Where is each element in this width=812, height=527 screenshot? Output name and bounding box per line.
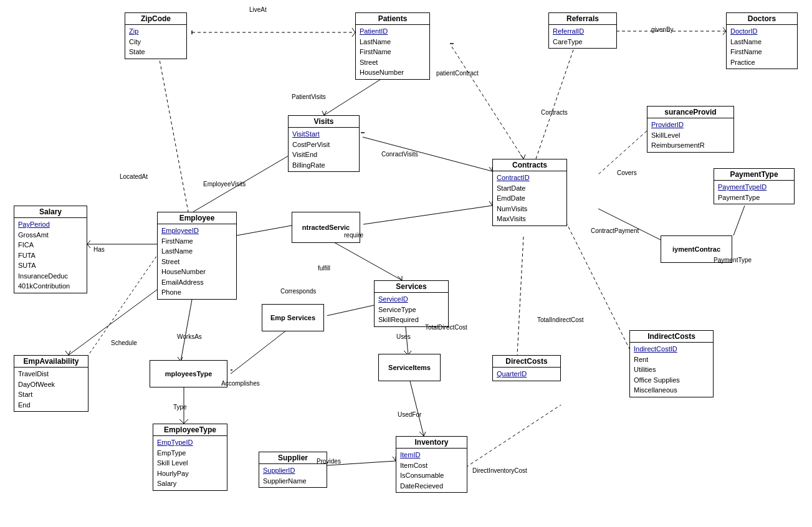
field-emptype: EmpType: [157, 448, 223, 458]
svg-line-66: [598, 131, 647, 174]
label-totalindirectcost: TotalIndirectCost: [537, 316, 583, 323]
svg-line-35: [324, 237, 402, 280]
entity-doctors-body: DoctorID LastName FirstName Practice: [727, 25, 797, 69]
svg-line-57: [424, 432, 426, 436]
svg-line-51: [184, 419, 188, 424]
label-provides: Provides: [317, 458, 341, 465]
label-contractpayment: ContractPayment: [591, 227, 639, 234]
field-state: State: [129, 47, 183, 57]
entity-empavailability-body: TravelDist DayOfWeek Start End: [14, 368, 88, 411]
field-grossamt: GrossAmt: [18, 230, 83, 240]
field-billingrate: BillingRate: [292, 160, 355, 171]
field-itemid: ItemID: [400, 450, 463, 460]
field-practice: Practice: [730, 57, 793, 68]
field-isconsumable: IsConsumable: [400, 470, 463, 481]
entity-paymenttype-title: PaymentType: [714, 169, 794, 181]
entity-employee: Employee EmployeeID FirstName LastName S…: [157, 212, 237, 300]
label-contracts: Contracts: [541, 109, 568, 116]
label-uses: Uses: [396, 333, 411, 340]
entity-contracts: Contracts ContractID StartDate EmdDate N…: [492, 159, 567, 226]
label-accomplishes: Accomplishes: [221, 380, 260, 387]
field-dayofweek: DayOfWeek: [18, 379, 84, 390]
field-street: Street: [360, 57, 426, 68]
field-city: City: [129, 37, 183, 47]
entity-ntractedservic-title: ntractedServic: [302, 224, 350, 231]
field-utilities: Utilities: [634, 364, 709, 375]
svg-line-43: [65, 351, 69, 355]
entity-services: Services ServiceID ServiceType SkillRequ…: [374, 280, 449, 327]
field-firstname2: FirstName: [730, 47, 793, 57]
svg-line-6: [324, 111, 327, 115]
label-covers: Covers: [617, 169, 637, 176]
svg-line-8: [452, 47, 523, 159]
label-corresponds: Corresponds: [280, 288, 316, 295]
field-emptypeid: EmpTypeID: [157, 437, 223, 448]
entity-directcosts-body: QuarterID: [493, 368, 560, 381]
entity-zipcode-body: Zip City State: [125, 25, 186, 59]
svg-line-25: [87, 244, 90, 248]
label-fulfill: fulfill: [318, 265, 330, 272]
entity-referrals-title: Referrals: [549, 13, 616, 25]
entity-salary-title: Salary: [14, 206, 87, 218]
svg-line-45: [231, 330, 287, 374]
field-firstname3: FirstName: [161, 236, 232, 247]
entity-doctors-title: Doctors: [727, 13, 797, 25]
label-require: require: [344, 232, 363, 239]
field-startdate: StartDate: [497, 183, 563, 194]
entity-supplier: Supplier SupplierID SupplierName: [259, 452, 327, 488]
svg-line-36: [398, 276, 402, 280]
entity-inventory-body: ItemID ItemCost IsConsumable DateRecieve…: [396, 449, 467, 492]
entity-directcosts: DirectCosts QuarterID: [492, 355, 561, 381]
entity-serviceitems: ServiceItems: [378, 354, 444, 381]
field-itemcost: ItemCost: [400, 460, 463, 471]
label-schedule: Schedule: [111, 339, 137, 346]
entity-indirectcosts-body: IndirectCostID Rent Utilities Office Sup…: [630, 343, 713, 397]
entity-visits-body: VisitStart CostPerVisit VisitEnd Billing…: [289, 128, 359, 171]
svg-line-44: [69, 351, 70, 355]
entity-mployeestype-title: mployeesType: [165, 370, 213, 377]
field-firstname: FirstName: [360, 47, 426, 57]
field-providerid: ProviderID: [651, 120, 730, 130]
entity-referrals-body: ReferralID CareType: [549, 25, 616, 48]
field-suta: SUTA: [18, 260, 83, 271]
field-contractid: ContractID: [497, 173, 563, 183]
entity-contracts-body: ContractID StartDate EmdDate NumVisits M…: [493, 171, 566, 226]
entity-indirectcosts-title: IndirectCosts: [630, 331, 713, 343]
svg-line-63: [517, 237, 523, 355]
svg-line-24: [87, 240, 90, 244]
field-visitend: VisitEnd: [292, 150, 355, 160]
field-end: End: [18, 400, 84, 411]
field-start: Start: [18, 389, 84, 400]
entity-salary-body: PayPeriod GrossAmt FICA FUTA SUTA Insura…: [14, 218, 87, 293]
entity-empservices: Emp Services: [262, 304, 327, 331]
svg-line-55: [408, 374, 424, 436]
field-patientid: PatientID: [360, 26, 426, 37]
entity-paymentcontrac-title: iymentContrac: [672, 245, 720, 253]
entity-serviceitems-title: ServiceItems: [388, 364, 431, 371]
entity-referrals: Referrals ReferralID CareType: [548, 12, 617, 49]
field-caretype: CareType: [553, 37, 613, 47]
svg-line-39: [181, 293, 193, 361]
field-rent: Rent: [634, 354, 709, 365]
field-paymenttypeid: PaymentTypeID: [718, 182, 790, 192]
field-numvisits: NumVisits: [497, 204, 563, 214]
svg-line-5: [322, 111, 324, 115]
field-employeeid: EmployeeID: [161, 226, 232, 236]
field-suppliername: SupplierName: [263, 476, 323, 487]
entity-doctors: Doctors DoctorID LastName FirstName Prac…: [726, 12, 798, 69]
label-givenby: givenBy: [651, 26, 674, 33]
field-traveldist: TravelDist: [18, 369, 84, 379]
label-employeevisits: EmployeeVisits: [203, 181, 246, 188]
entity-services-title: Services: [375, 281, 448, 293]
entity-employeetype-body: EmpTypeID EmpType Skill Level HourlyPay …: [153, 436, 227, 490]
svg-line-50: [179, 419, 184, 424]
svg-line-30: [237, 226, 292, 235]
erd-diagram: ZipCode Zip City State Patients PatientI…: [0, 0, 812, 527]
field-miscellaneous: Miscellaneous: [634, 385, 709, 396]
field-quarterid: QuarterID: [497, 369, 556, 379]
entity-patients-body: PatientID LastName FirstName Street Hous…: [356, 25, 429, 79]
entity-paymenttype: PaymentType PaymentTypeID PaymentType: [714, 168, 795, 204]
entity-insuranceprovid-title: suranceProvid: [647, 107, 733, 118]
entity-inventory-title: Inventory: [396, 437, 467, 449]
field-skilllevel: SkillLevel: [651, 130, 730, 141]
